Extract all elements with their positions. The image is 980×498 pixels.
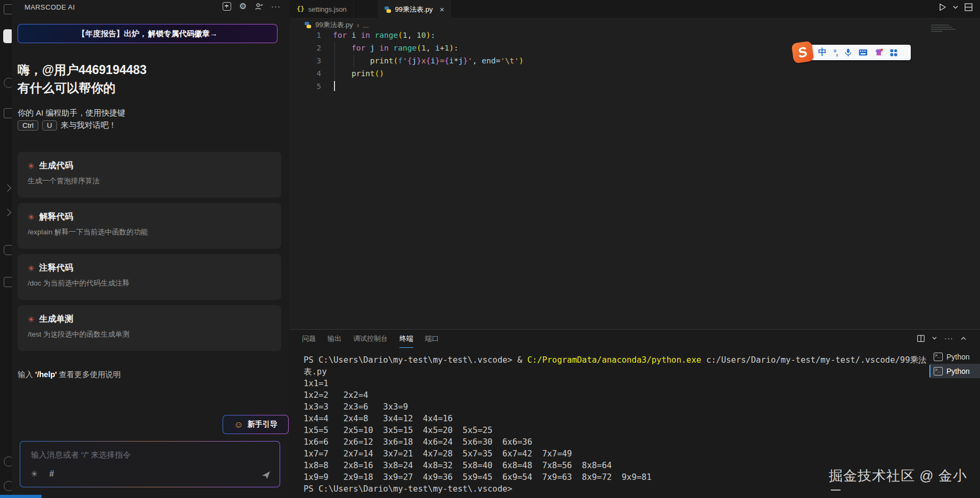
onboarding-guide-button[interactable]: ☺ 新手引导 [223,415,289,434]
line-content: print(f'{j}x{i}={i*j}', end='\t') [333,54,524,67]
minimap[interactable] [931,25,956,33]
ime-toolbar: 中 °, [804,45,911,60]
quick-action-card[interactable]: ✳生成单测/test 为这段选中的函数生成单测 [18,305,281,351]
chat-input[interactable]: 输入消息或者 “/” 来选择指令 ✳ # [20,441,280,487]
app-grid-icon[interactable] [890,49,897,56]
hash-context-icon[interactable]: # [50,469,54,479]
terminal-session-list: PythonPython [929,349,980,378]
chat-input-placeholder: 输入消息或者 “/” 来选择指令 [31,450,131,460]
greeting-line2: 有什么可以帮你的 [18,79,146,97]
terminal-session-item[interactable]: Python [929,364,980,378]
terminal-line: 表.py [304,366,927,378]
terminal-icon [934,367,943,375]
extensions-icon[interactable] [4,245,12,255]
line-number: 3 [289,54,321,67]
text-cursor [334,81,335,91]
panel-tab-端口[interactable]: 端口 [425,334,439,348]
terminal-line: 1x5=5 2x5=10 3x5=15 4x5=20 5x5=25 [304,424,927,436]
card-title: ✳注释代码 [28,263,74,274]
keyboard-icon[interactable] [859,49,868,56]
line-content: for j in range(1, i+1): [333,42,459,54]
terminal-line: 1x2=2 2x2=4 [304,389,927,401]
split-terminal-icon[interactable] [917,335,925,342]
kbd-u: U [42,120,57,130]
line-number: 4 [289,67,321,80]
terminal-line: 1x7=7 2x7=14 3x7=21 4x7=28 5x7=35 6x7=42… [304,448,927,460]
card-description: /doc 为当前选中的代码生成注释 [28,279,129,288]
terminal-line: 1x1=1 [304,378,927,389]
assistant-subtitle: 你的 AI 编程助手，使用快捷键 [18,108,126,118]
source-control-icon[interactable] [4,108,12,118]
new-chat-icon[interactable] [223,2,231,11]
quick-action-card[interactable]: ✳生成代码生成一个冒泡排序算法 [18,152,281,198]
line-number: 5 [289,80,321,93]
send-icon[interactable] [262,471,271,479]
microphone-icon[interactable] [845,48,852,57]
editor-tab[interactable]: {}settings.json [290,0,354,18]
terminal-icon [934,353,943,361]
panel-more-icon[interactable]: ··· [944,334,953,342]
editor-tab-bar: {}settings.json99乘法表.py× [289,0,980,19]
run-debug-icon[interactable] [4,184,11,192]
close-icon[interactable]: × [439,5,444,14]
sparkle-command-icon[interactable]: ✳ [31,469,38,479]
remote-icon[interactable] [4,277,12,287]
card-title: ✳生成代码 [28,160,74,172]
python-file-icon [304,21,312,29]
terminal-session-item[interactable]: Python [929,349,980,364]
indent-guide [354,54,354,67]
code-line: 1for i in range(1, 10): [289,29,980,42]
panel-maximize-chevron-icon[interactable] [961,337,966,340]
panel-tab-问题[interactable]: 问题 [302,334,316,348]
terminal-line: 1x4=4 2x4=8 3x4=12 4x4=16 [304,413,927,424]
sparkle-icon: ✳ [28,161,35,171]
card-title-text: 生成单测 [39,314,74,325]
panel-tab-终端[interactable]: 终端 [399,334,413,348]
line-content: for i in range(1, 10): [333,29,435,42]
card-title-text: 注释代码 [39,263,74,274]
account-icon[interactable] [4,456,12,467]
breadcrumb-chevron-icon: › [357,21,360,29]
settings-gear-icon[interactable] [4,481,12,491]
session-label: Python [946,353,970,361]
split-editor-icon[interactable] [965,3,973,11]
panel-tab-输出[interactable]: 输出 [328,334,341,348]
skin-shirt-icon[interactable] [875,48,883,56]
sogou-logo-icon[interactable]: S [791,41,814,64]
sparkle-icon: ✳ [28,264,35,273]
editor-tab-label: settings.json [308,5,346,13]
card-description: 生成一个冒泡排序算法 [28,176,100,186]
code-line: 4 print() [289,67,980,80]
breadcrumb-ellipsis: ... [363,21,369,29]
sparkle-icon: ✳ [28,315,35,324]
annual-report-banner[interactable]: 【年度报告】出炉， 解锁专属代码徽章→ [18,24,277,43]
run-dropdown-chevron-icon[interactable] [953,5,958,9]
settings-icon[interactable]: ⚙ [239,2,247,11]
quick-action-card[interactable]: ✳注释代码/doc 为当前选中的代码生成注释 [18,254,281,300]
card-title-text: 生成代码 [39,160,74,172]
shortcut-row: Ctrl U 来与我对话吧！ [18,120,117,130]
run-python-icon[interactable] [939,3,946,11]
more-actions-icon[interactable]: ··· [271,4,281,9]
account-check-icon[interactable] [255,3,263,11]
editor-tab-label: 99乘法表.py [395,5,433,14]
terminal-dropdown-chevron-icon[interactable] [932,337,937,340]
quick-action-card[interactable]: ✳解释代码/explain 解释一下当前选中函数的功能 [18,203,281,249]
line-number: 2 [289,42,321,54]
marscode-extension-icon-active[interactable] [3,29,12,43]
panel-tab-调试控制台[interactable]: 调试控制台 [353,334,388,348]
ime-mode-chinese[interactable]: 中 [818,47,827,58]
panel-tabs: 问题输出调试控制台终端端口 [302,334,439,348]
terminal-line: 1x3=3 2x3=6 3x3=9 [304,401,927,413]
help-command: '/help' [35,370,57,379]
python-file-icon [384,6,391,13]
sparkle-icon: ✳ [28,213,35,222]
guide-label: 新手引导 [248,420,277,429]
card-description: /test 为这段选中的函数生成单测 [28,330,129,339]
code-editor[interactable]: 1for i in range(1, 10):2 for j in range(… [289,29,980,93]
explorer-icon[interactable] [4,4,12,14]
chevron-icon[interactable] [4,209,11,216]
search-icon[interactable] [4,78,12,88]
ime-punctuation-icon[interactable]: °, [834,48,838,57]
editor-tab[interactable]: 99乘法表.py× [378,0,452,19]
